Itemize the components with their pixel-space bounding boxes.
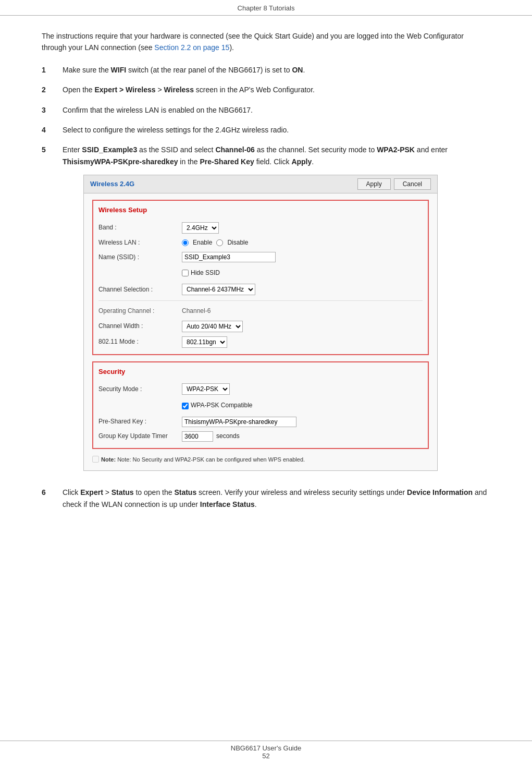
disable-radio[interactable] [216, 239, 223, 246]
hide-ssid-label: Hide SSID [182, 266, 423, 280]
footer-page: 52 [262, 752, 269, 760]
step-4: 4 Select to configure the wireless setti… [42, 124, 490, 136]
ssid-input[interactable] [182, 252, 276, 262]
wpa-psk-value: WPA-PSK Compatible [182, 399, 423, 412]
apply-button[interactable]: Apply [357, 178, 391, 190]
group-key-row: Group Key Update Timer seconds [98, 429, 423, 444]
mode-value: 802.11bgn [182, 336, 423, 348]
hide-ssid-row: Hide SSID [98, 264, 423, 282]
wireless-lan-row: Wireless LAN : Enable Disable [98, 236, 423, 250]
wireless-lan-radio-group: Enable Disable [182, 238, 423, 248]
band-select[interactable]: 2.4GHz [182, 222, 219, 234]
step-3: 3 Confirm that the wireless LAN is enabl… [42, 104, 490, 116]
hide-ssid-text: Hide SSID [191, 268, 220, 278]
screenshot-title: Wireless 2.4G [90, 179, 134, 190]
chapter-title: Chapter 8 Tutorials [238, 4, 295, 12]
group-key-input[interactable] [182, 431, 213, 442]
mode-row: 802.11 Mode : 802.11bgn [98, 334, 423, 350]
channel-label: Channel Selection : [98, 285, 182, 295]
disable-label: Disable [227, 238, 248, 248]
wireless-lan-value: Enable Disable [182, 238, 423, 248]
step-text-1: Make sure the WIFI switch (at the rear p… [63, 64, 490, 76]
note-row: Note: Note: No Security and WPA2-PSK can… [92, 455, 429, 465]
step-number-4: 4 [42, 124, 63, 136]
group-key-value: seconds [182, 431, 423, 442]
intro-text-after: ). [229, 43, 234, 52]
step-number-5: 5 [42, 144, 63, 478]
screenshot-body: Wireless Setup Band : 2.4GHz Wireless LA… [84, 193, 437, 470]
operating-channel-label: Operating Channel : [98, 306, 182, 316]
name-value [182, 252, 423, 262]
step-text-3: Confirm that the wireless LAN is enabled… [63, 104, 490, 116]
operating-channel-row: Operating Channel : Channel-6 [98, 304, 423, 318]
divider-1 [98, 300, 423, 301]
screenshot-frame: Wireless 2.4G Apply Cancel Wireless Setu… [83, 175, 438, 471]
channel-row: Channel Selection : Channel-6 2437MHz [98, 282, 423, 297]
pre-shared-key-row: Pre-Shared Key : [98, 415, 423, 429]
footer-guide: NBG6617 User's Guide [231, 744, 301, 752]
band-row: Band : 2.4GHz [98, 220, 423, 236]
group-key-unit: seconds [216, 431, 240, 441]
wireless-setup-title: Wireless Setup [98, 205, 423, 216]
screenshot-header: Wireless 2.4G Apply Cancel [84, 175, 437, 193]
intro-paragraph: The instructions require that your hardw… [42, 30, 490, 54]
wireless-lan-label: Wireless LAN : [98, 238, 182, 248]
enable-label: Enable [193, 238, 212, 248]
operating-channel-value: Channel-6 [182, 306, 423, 316]
note-text: Note: Note: No Security and WPA2-PSK can… [101, 455, 305, 465]
hide-ssid-checkbox[interactable] [182, 270, 189, 276]
step-text-2: Open the Expert > Wireless > Wireless sc… [63, 84, 490, 95]
page-header: Chapter 8 Tutorials [0, 0, 532, 16]
security-section: Security Security Mode : WPA2-PSK [92, 361, 429, 449]
step-6: 6 Click Expert > Status to open the Stat… [42, 487, 490, 510]
pre-shared-key-label: Pre-Shared Key : [98, 417, 182, 427]
channel-width-row: Channel Width : Auto 20/40 MHz [98, 319, 423, 334]
channel-select[interactable]: Channel-6 2437MHz [182, 284, 255, 295]
band-label: Band : [98, 223, 182, 233]
pre-shared-key-input[interactable] [182, 417, 296, 427]
security-mode-value: WPA2-PSK [182, 383, 423, 395]
page-footer: NBG6617 User's Guide 52 [0, 741, 532, 764]
channel-width-label: Channel Width : [98, 321, 182, 331]
security-title: Security [98, 367, 423, 378]
step-text-5: Enter SSID_Example3 as the SSID and sele… [63, 145, 448, 165]
section-link[interactable]: Section 2.2 on page 15 [154, 43, 229, 52]
cancel-button[interactable]: Cancel [394, 178, 431, 190]
pre-shared-key-value [182, 417, 423, 427]
channel-width-value: Auto 20/40 MHz [182, 321, 423, 332]
step-5: 5 Enter SSID_Example3 as the SSID and se… [42, 144, 490, 478]
security-mode-row: Security Mode : WPA2-PSK [98, 381, 423, 397]
channel-width-select[interactable]: Auto 20/40 MHz [182, 321, 243, 332]
step-text-6: Click Expert > Status to open the Status… [63, 487, 490, 510]
mode-select[interactable]: 802.11bgn [182, 336, 227, 348]
wpa-psk-row: WPA-PSK Compatible [98, 397, 423, 414]
header-buttons: Apply Cancel [357, 178, 431, 190]
note-checkbox [92, 456, 99, 463]
step-number-3: 3 [42, 104, 63, 116]
step-number-1: 1 [42, 64, 63, 76]
step-number-2: 2 [42, 84, 63, 95]
wireless-setup-section: Wireless Setup Band : 2.4GHz Wireless LA… [92, 200, 429, 355]
intro-text-before: The instructions require that your hardw… [42, 32, 464, 52]
note-text-content: Note: No Security and WPA2-PSK can be co… [117, 456, 305, 463]
group-key-label: Group Key Update Timer [98, 431, 182, 441]
security-mode-label: Security Mode : [98, 384, 182, 394]
step-1: 1 Make sure the WIFI switch (at the rear… [42, 64, 490, 76]
name-label: Name (SSID) : [98, 252, 182, 262]
ssid-row: Name (SSID) : [98, 250, 423, 264]
wpa-psk-label: WPA-PSK Compatible [182, 399, 423, 412]
security-mode-select[interactable]: WPA2-PSK [182, 383, 230, 395]
channel-value: Channel-6 2437MHz [182, 284, 423, 295]
hide-ssid-value: Hide SSID [182, 266, 423, 280]
band-value: 2.4GHz [182, 222, 423, 234]
page-content: The instructions require that your hardw… [0, 16, 532, 550]
step-text-4: Select to configure the wireless setting… [63, 124, 490, 136]
mode-label: 802.11 Mode : [98, 337, 182, 347]
wpa-psk-text: WPA-PSK Compatible [191, 401, 252, 410]
wpa-psk-checkbox[interactable] [182, 403, 189, 409]
enable-radio[interactable] [182, 239, 189, 246]
step-2: 2 Open the Expert > Wireless > Wireless … [42, 84, 490, 95]
step-number-6: 6 [42, 487, 63, 510]
